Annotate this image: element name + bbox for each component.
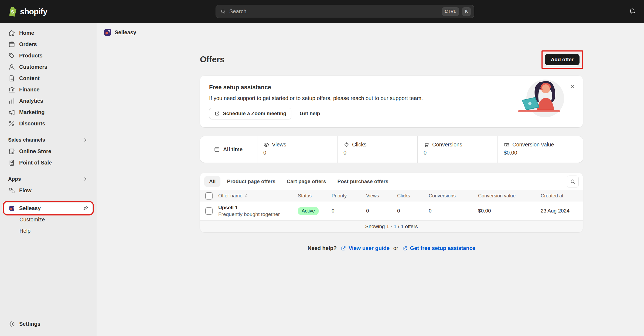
discounts-percent-icon	[8, 120, 15, 127]
apps-label: Apps	[8, 176, 21, 182]
sidebar-item-label: Analytics	[19, 98, 43, 104]
sidebar-item-flow[interactable]: Flow	[4, 185, 92, 196]
sidebar: Home Orders Products Customers Content F…	[0, 23, 97, 336]
sales-channels-header[interactable]: Sales channels	[4, 134, 92, 146]
offer-name-link[interactable]: Upsell 1	[218, 205, 298, 211]
views-eye-icon	[263, 142, 269, 148]
sidebar-item-discounts[interactable]: Discounts	[4, 118, 92, 129]
get-help-button[interactable]: Get help	[299, 111, 320, 116]
column-created-at[interactable]: Created at	[541, 193, 583, 199]
conversions-cart-icon	[424, 142, 430, 148]
sales-channels-section: Sales channels Online Store Point of Sal…	[0, 134, 97, 168]
search-icon	[220, 9, 226, 15]
sidebar-item-label: Customize	[19, 217, 45, 223]
external-link-icon	[340, 245, 346, 251]
dismiss-card-button[interactable]	[568, 82, 577, 91]
tab-product-page-offers[interactable]: Product page offers	[222, 176, 280, 187]
breadcrumb[interactable]: Selleasy	[97, 23, 644, 36]
finance-bank-icon	[8, 86, 15, 93]
search-input[interactable]: Search CTRL K	[216, 5, 474, 18]
sales-channels-label: Sales channels	[8, 137, 45, 143]
column-conversions[interactable]: Conversions	[429, 193, 478, 199]
sidebar-item-products[interactable]: Products	[4, 50, 92, 61]
home-icon	[8, 29, 15, 37]
shortcut-key-ctrl: CTRL	[442, 7, 459, 16]
sidebar-item-selleasy[interactable]: Selleasy	[4, 203, 92, 214]
table-search-button[interactable]	[567, 176, 579, 187]
tab-all[interactable]: All	[204, 176, 220, 187]
settings-gear-icon	[8, 320, 15, 328]
support-agent-illustration	[506, 77, 568, 122]
cell-clicks: 0	[397, 208, 429, 214]
column-conversion-value[interactable]: Conversion value	[478, 193, 541, 199]
add-offer-annotation: Add offer	[541, 50, 583, 69]
help-footer: Need help? View user guide or Get free s…	[200, 245, 583, 251]
sidebar-item-customize[interactable]: Customize	[4, 214, 92, 225]
sidebar-item-label: Content	[19, 75, 40, 81]
cell-conversions: 0	[429, 208, 478, 214]
sidebar-item-label: Discounts	[19, 121, 45, 127]
stat-value: 0	[424, 150, 498, 156]
sidebar-item-label: Help	[19, 228, 30, 234]
brand-wordmark: shopify	[20, 7, 47, 16]
online-store-icon	[8, 148, 15, 155]
apps-header[interactable]: Apps	[4, 173, 92, 185]
column-priority[interactable]: Priority	[332, 193, 366, 199]
sidebar-item-point-of-sale[interactable]: Point of Sale	[4, 157, 92, 168]
cell-priority: 0	[332, 208, 366, 214]
stat-clicks: Clicks 0	[338, 136, 418, 163]
calendar-icon	[214, 146, 220, 152]
shopify-logo[interactable]: S shopify	[0, 6, 47, 17]
close-icon	[570, 83, 575, 89]
search-icon	[570, 179, 576, 184]
main-content: Selleasy Offers Add offer Free setup ass…	[97, 23, 644, 336]
sidebar-item-marketing[interactable]: Marketing	[4, 107, 92, 118]
notification-bell-icon[interactable]	[629, 8, 636, 15]
row-checkbox[interactable]	[205, 207, 213, 215]
tab-cart-page-offers[interactable]: Cart page offers	[282, 176, 331, 187]
stat-label-text: Clicks	[352, 142, 366, 148]
select-all-checkbox[interactable]	[205, 192, 213, 200]
date-range-filter[interactable]: All time	[200, 136, 257, 163]
offers-table-card: All Product page offers Cart page offers…	[200, 173, 583, 232]
column-clicks[interactable]: Clicks	[397, 193, 429, 199]
table-row[interactable]: Upsell 1 Frequently bought together Acti…	[200, 201, 583, 220]
stat-label-text: Views	[272, 142, 286, 148]
pin-icon[interactable]	[83, 205, 88, 211]
stat-label-text: Conversion value	[512, 142, 554, 148]
conversion-value-cash-icon	[504, 142, 510, 148]
get-free-setup-assistance-link[interactable]: Get free setup assistance	[402, 245, 475, 251]
external-link-icon	[402, 245, 408, 251]
sidebar-item-label: Online Store	[19, 148, 51, 155]
orders-icon	[8, 41, 15, 48]
sidebar-item-finance[interactable]: Finance	[4, 84, 92, 95]
sidebar-item-online-store[interactable]: Online Store	[4, 146, 92, 157]
cell-views: 0	[366, 208, 397, 214]
sidebar-item-settings[interactable]: Settings	[4, 318, 92, 330]
offer-subtitle: Frequently bought together	[218, 211, 298, 217]
sidebar-item-help[interactable]: Help	[4, 225, 92, 236]
marketing-megaphone-icon	[8, 109, 15, 116]
cell-created-at: 23 Aug 2024	[541, 208, 583, 214]
sidebar-item-content[interactable]: Content	[4, 73, 92, 84]
add-offer-button[interactable]: Add offer	[545, 54, 580, 65]
tab-post-purchase-offers[interactable]: Post purchase offers	[332, 176, 393, 187]
sidebar-item-home[interactable]: Home	[4, 27, 92, 39]
column-offer-name[interactable]: Offer name	[218, 193, 298, 199]
column-status[interactable]: Status	[298, 193, 332, 199]
sidebar-item-analytics[interactable]: Analytics	[4, 95, 92, 107]
topbar: S shopify Search CTRL K	[0, 0, 644, 23]
point-of-sale-icon	[8, 159, 15, 166]
schedule-zoom-button[interactable]: Schedule a Zoom meeting	[209, 108, 291, 119]
sidebar-item-label: Settings	[19, 321, 40, 327]
schedule-zoom-label: Schedule a Zoom meeting	[223, 111, 286, 116]
clicks-spark-icon	[343, 142, 349, 148]
setup-card-description: If you need support to get started or to…	[209, 95, 479, 101]
sidebar-item-customers[interactable]: Customers	[4, 61, 92, 73]
sidebar-item-label: Home	[19, 30, 34, 36]
need-help-label: Need help?	[308, 245, 337, 251]
view-user-guide-link[interactable]: View user guide	[340, 245, 390, 251]
date-range-label: All time	[223, 146, 243, 153]
column-views[interactable]: Views	[366, 193, 397, 199]
sidebar-item-orders[interactable]: Orders	[4, 39, 92, 50]
